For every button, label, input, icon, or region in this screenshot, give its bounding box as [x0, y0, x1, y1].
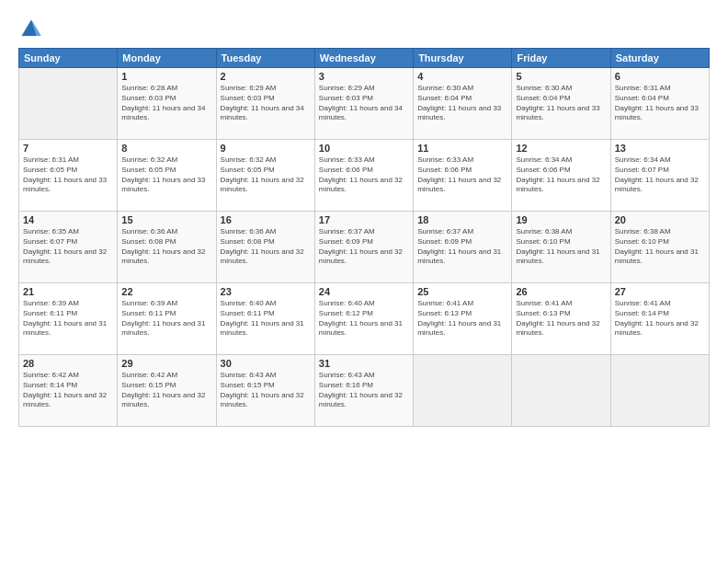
day-number: 29 [121, 358, 211, 369]
calendar-cell: 31Sunrise: 6:43 AMSunset: 6:16 PMDayligh… [314, 355, 413, 427]
calendar-cell: 15Sunrise: 6:36 AMSunset: 6:08 PMDayligh… [118, 212, 216, 283]
day-number: 3 [319, 71, 409, 82]
day-info: Sunrise: 6:41 AMSunset: 6:14 PMDaylight:… [615, 299, 705, 339]
day-number: 25 [417, 286, 507, 297]
calendar-cell: 14Sunrise: 6:35 AMSunset: 6:07 PMDayligh… [19, 212, 118, 283]
day-info: Sunrise: 6:34 AMSunset: 6:07 PMDaylight:… [615, 155, 705, 195]
day-number: 20 [615, 214, 705, 225]
calendar-cell: 20Sunrise: 6:38 AMSunset: 6:10 PMDayligh… [610, 212, 709, 283]
calendar-cell: 24Sunrise: 6:40 AMSunset: 6:12 PMDayligh… [314, 283, 413, 355]
calendar-cell: 30Sunrise: 6:43 AMSunset: 6:15 PMDayligh… [216, 355, 314, 427]
calendar-cell: 12Sunrise: 6:34 AMSunset: 6:06 PMDayligh… [512, 140, 610, 212]
calendar-cell [19, 68, 118, 140]
day-number: 15 [121, 214, 211, 225]
day-number: 21 [23, 286, 113, 297]
day-number: 26 [516, 286, 606, 297]
day-number: 23 [221, 286, 311, 297]
day-info: Sunrise: 6:33 AMSunset: 6:06 PMDaylight:… [319, 155, 409, 195]
calendar-cell [512, 355, 610, 427]
day-info: Sunrise: 6:31 AMSunset: 6:05 PMDaylight:… [23, 155, 113, 195]
day-info: Sunrise: 6:30 AMSunset: 6:04 PMDaylight:… [417, 84, 507, 123]
day-info: Sunrise: 6:42 AMSunset: 6:15 PMDaylight:… [121, 371, 211, 410]
day-info: Sunrise: 6:38 AMSunset: 6:10 PMDaylight:… [516, 227, 606, 267]
day-header-tuesday: Tuesday [216, 49, 314, 68]
calendar-page: SundayMondayTuesdayWednesdayThursdayFrid… [0, 0, 728, 563]
calendar-cell: 9Sunrise: 6:32 AMSunset: 6:05 PMDaylight… [216, 140, 314, 212]
day-number: 2 [221, 71, 311, 82]
calendar-cell: 23Sunrise: 6:40 AMSunset: 6:11 PMDayligh… [216, 283, 314, 355]
day-info: Sunrise: 6:43 AMSunset: 6:15 PMDaylight:… [221, 371, 311, 410]
calendar-cell: 16Sunrise: 6:36 AMSunset: 6:08 PMDayligh… [216, 212, 314, 283]
day-info: Sunrise: 6:33 AMSunset: 6:06 PMDaylight:… [417, 155, 507, 195]
day-info: Sunrise: 6:36 AMSunset: 6:08 PMDaylight:… [121, 227, 211, 267]
calendar-cell: 4Sunrise: 6:30 AMSunset: 6:04 PMDaylight… [414, 68, 512, 140]
calendar-cell: 10Sunrise: 6:33 AMSunset: 6:06 PMDayligh… [314, 140, 413, 212]
day-number: 5 [516, 71, 606, 82]
day-number: 8 [121, 143, 211, 154]
day-info: Sunrise: 6:40 AMSunset: 6:11 PMDaylight:… [221, 299, 311, 339]
day-info: Sunrise: 6:28 AMSunset: 6:03 PMDaylight:… [121, 84, 211, 123]
day-info: Sunrise: 6:39 AMSunset: 6:11 PMDaylight:… [23, 299, 113, 339]
day-info: Sunrise: 6:37 AMSunset: 6:09 PMDaylight:… [319, 227, 409, 267]
day-info: Sunrise: 6:29 AMSunset: 6:03 PMDaylight:… [221, 84, 311, 123]
day-info: Sunrise: 6:29 AMSunset: 6:03 PMDaylight:… [319, 84, 409, 123]
logo [18, 17, 48, 42]
day-info: Sunrise: 6:42 AMSunset: 6:14 PMDaylight:… [23, 371, 113, 410]
day-number: 28 [23, 358, 113, 369]
day-info: Sunrise: 6:32 AMSunset: 6:05 PMDaylight:… [221, 155, 311, 195]
day-number: 13 [615, 143, 705, 154]
day-info: Sunrise: 6:30 AMSunset: 6:04 PMDaylight:… [516, 84, 606, 123]
day-info: Sunrise: 6:41 AMSunset: 6:13 PMDaylight:… [516, 299, 606, 339]
day-number: 4 [417, 71, 507, 82]
day-info: Sunrise: 6:37 AMSunset: 6:09 PMDaylight:… [417, 227, 507, 267]
day-header-sunday: Sunday [19, 49, 118, 68]
day-info: Sunrise: 6:34 AMSunset: 6:06 PMDaylight:… [516, 155, 606, 195]
day-info: Sunrise: 6:39 AMSunset: 6:11 PMDaylight:… [121, 299, 211, 339]
week-row-5: 28Sunrise: 6:42 AMSunset: 6:14 PMDayligh… [19, 355, 710, 427]
calendar-cell: 7Sunrise: 6:31 AMSunset: 6:05 PMDaylight… [19, 140, 118, 212]
header [18, 17, 710, 42]
day-header-saturday: Saturday [610, 49, 709, 68]
calendar-cell: 11Sunrise: 6:33 AMSunset: 6:06 PMDayligh… [414, 140, 512, 212]
day-number: 1 [121, 71, 211, 82]
calendar-cell: 21Sunrise: 6:39 AMSunset: 6:11 PMDayligh… [19, 283, 118, 355]
week-row-3: 14Sunrise: 6:35 AMSunset: 6:07 PMDayligh… [19, 212, 710, 283]
calendar-table: SundayMondayTuesdayWednesdayThursdayFrid… [18, 48, 710, 427]
day-header-thursday: Thursday [414, 49, 512, 68]
calendar-cell: 18Sunrise: 6:37 AMSunset: 6:09 PMDayligh… [414, 212, 512, 283]
day-info: Sunrise: 6:31 AMSunset: 6:04 PMDaylight:… [615, 84, 705, 123]
calendar-cell: 6Sunrise: 6:31 AMSunset: 6:04 PMDaylight… [610, 68, 709, 140]
calendar-cell: 3Sunrise: 6:29 AMSunset: 6:03 PMDaylight… [314, 68, 413, 140]
calendar-cell [610, 355, 709, 427]
calendar-cell: 17Sunrise: 6:37 AMSunset: 6:09 PMDayligh… [314, 212, 413, 283]
day-number: 19 [516, 214, 606, 225]
day-number: 31 [319, 358, 409, 369]
day-info: Sunrise: 6:38 AMSunset: 6:10 PMDaylight:… [615, 227, 705, 267]
day-header-monday: Monday [118, 49, 216, 68]
calendar-cell: 26Sunrise: 6:41 AMSunset: 6:13 PMDayligh… [512, 283, 610, 355]
day-number: 14 [23, 214, 113, 225]
header-row: SundayMondayTuesdayWednesdayThursdayFrid… [19, 49, 710, 68]
day-header-friday: Friday [512, 49, 610, 68]
day-info: Sunrise: 6:35 AMSunset: 6:07 PMDaylight:… [23, 227, 113, 267]
day-number: 24 [319, 286, 409, 297]
day-number: 11 [417, 143, 507, 154]
calendar-cell: 29Sunrise: 6:42 AMSunset: 6:15 PMDayligh… [118, 355, 216, 427]
day-info: Sunrise: 6:41 AMSunset: 6:13 PMDaylight:… [417, 299, 507, 339]
day-number: 9 [221, 143, 311, 154]
day-number: 18 [417, 214, 507, 225]
calendar-cell: 19Sunrise: 6:38 AMSunset: 6:10 PMDayligh… [512, 212, 610, 283]
week-row-2: 7Sunrise: 6:31 AMSunset: 6:05 PMDaylight… [19, 140, 710, 212]
calendar-cell: 1Sunrise: 6:28 AMSunset: 6:03 PMDaylight… [118, 68, 216, 140]
day-number: 12 [516, 143, 606, 154]
day-info: Sunrise: 6:36 AMSunset: 6:08 PMDaylight:… [221, 227, 311, 267]
calendar-cell: 28Sunrise: 6:42 AMSunset: 6:14 PMDayligh… [19, 355, 118, 427]
day-number: 22 [121, 286, 211, 297]
logo-icon [18, 17, 44, 42]
calendar-cell: 25Sunrise: 6:41 AMSunset: 6:13 PMDayligh… [414, 283, 512, 355]
week-row-1: 1Sunrise: 6:28 AMSunset: 6:03 PMDaylight… [19, 68, 710, 140]
week-row-4: 21Sunrise: 6:39 AMSunset: 6:11 PMDayligh… [19, 283, 710, 355]
day-info: Sunrise: 6:43 AMSunset: 6:16 PMDaylight:… [319, 371, 409, 410]
day-number: 17 [319, 214, 409, 225]
day-number: 30 [221, 358, 311, 369]
